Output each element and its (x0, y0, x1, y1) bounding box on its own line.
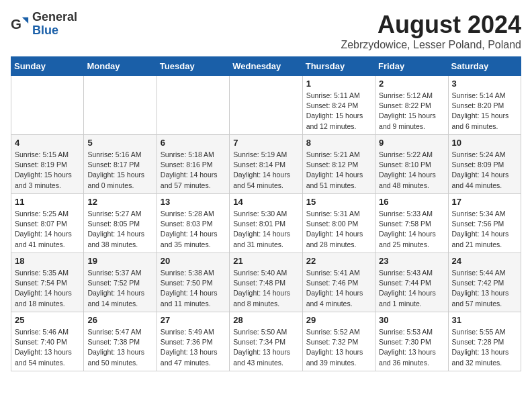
day-cell: 25Sunrise: 5:46 AM Sunset: 7:40 PM Dayli… (11, 312, 84, 371)
day-number: 27 (161, 315, 226, 325)
title-area: August 2024 Zebrzydowice, Lesser Poland,… (341, 11, 521, 51)
day-number: 26 (87, 315, 152, 325)
day-cell (11, 76, 84, 135)
day-info: Sunrise: 5:12 AM Sunset: 8:22 PM Dayligh… (379, 91, 444, 132)
day-info: Sunrise: 5:24 AM Sunset: 8:09 PM Dayligh… (452, 150, 517, 191)
day-info: Sunrise: 5:30 AM Sunset: 8:01 PM Dayligh… (233, 209, 298, 250)
day-cell: 10Sunrise: 5:24 AM Sunset: 8:09 PM Dayli… (448, 135, 521, 194)
day-cell: 12Sunrise: 5:27 AM Sunset: 8:05 PM Dayli… (84, 194, 157, 253)
day-cell (230, 76, 302, 135)
day-cell: 3Sunrise: 5:14 AM Sunset: 8:20 PM Daylig… (448, 76, 521, 135)
week-row-4: 25Sunrise: 5:46 AM Sunset: 7:40 PM Dayli… (11, 312, 521, 371)
day-cell: 4Sunrise: 5:15 AM Sunset: 8:19 PM Daylig… (11, 135, 84, 194)
day-number: 23 (379, 256, 444, 266)
day-number: 13 (161, 197, 226, 207)
month-title: August 2024 (341, 11, 521, 39)
day-number: 6 (161, 138, 226, 148)
day-cell: 17Sunrise: 5:34 AM Sunset: 7:56 PM Dayli… (448, 194, 521, 253)
day-info: Sunrise: 5:16 AM Sunset: 8:17 PM Dayligh… (87, 150, 152, 191)
day-info: Sunrise: 5:19 AM Sunset: 8:14 PM Dayligh… (233, 150, 298, 191)
day-info: Sunrise: 5:37 AM Sunset: 7:52 PM Dayligh… (87, 268, 152, 309)
day-number: 18 (15, 256, 80, 266)
day-cell: 18Sunrise: 5:35 AM Sunset: 7:54 PM Dayli… (11, 253, 84, 312)
day-info: Sunrise: 5:25 AM Sunset: 8:07 PM Dayligh… (15, 209, 80, 250)
day-info: Sunrise: 5:11 AM Sunset: 8:24 PM Dayligh… (306, 91, 371, 132)
header-monday: Monday (84, 57, 157, 76)
day-number: 5 (87, 138, 152, 148)
day-cell (84, 76, 157, 135)
svg-marker-1 (22, 17, 28, 24)
day-info: Sunrise: 5:31 AM Sunset: 8:00 PM Dayligh… (306, 209, 371, 250)
header-sunday: Sunday (11, 57, 84, 76)
day-number: 4 (15, 138, 80, 148)
day-info: Sunrise: 5:46 AM Sunset: 7:40 PM Dayligh… (15, 327, 80, 368)
day-info: Sunrise: 5:34 AM Sunset: 7:56 PM Dayligh… (452, 209, 517, 250)
day-info: Sunrise: 5:52 AM Sunset: 7:32 PM Dayligh… (306, 327, 371, 368)
day-cell: 6Sunrise: 5:18 AM Sunset: 8:16 PM Daylig… (157, 135, 229, 194)
day-number: 7 (233, 138, 298, 148)
day-cell: 14Sunrise: 5:30 AM Sunset: 8:01 PM Dayli… (230, 194, 302, 253)
day-cell: 22Sunrise: 5:41 AM Sunset: 7:46 PM Dayli… (302, 253, 375, 312)
header-tuesday: Tuesday (157, 57, 229, 76)
day-number: 22 (306, 256, 371, 266)
day-cell: 5Sunrise: 5:16 AM Sunset: 8:17 PM Daylig… (84, 135, 157, 194)
day-number: 31 (452, 315, 517, 325)
day-info: Sunrise: 5:47 AM Sunset: 7:38 PM Dayligh… (87, 327, 152, 368)
day-cell: 30Sunrise: 5:53 AM Sunset: 7:30 PM Dayli… (375, 312, 448, 371)
logo: G General Blue (11, 11, 77, 38)
location-title: Zebrzydowice, Lesser Poland, Poland (341, 39, 521, 51)
day-number: 24 (452, 256, 517, 266)
day-info: Sunrise: 5:27 AM Sunset: 8:05 PM Dayligh… (87, 209, 152, 250)
calendar-header: SundayMondayTuesdayWednesdayThursdayFrid… (11, 57, 521, 76)
day-cell: 2Sunrise: 5:12 AM Sunset: 8:22 PM Daylig… (375, 76, 448, 135)
day-number: 10 (452, 138, 517, 148)
day-number: 8 (306, 138, 371, 148)
day-info: Sunrise: 5:41 AM Sunset: 7:46 PM Dayligh… (306, 268, 371, 309)
day-number: 15 (306, 197, 371, 207)
day-number: 14 (233, 197, 298, 207)
day-number: 9 (379, 138, 444, 148)
day-info: Sunrise: 5:33 AM Sunset: 7:58 PM Dayligh… (379, 209, 444, 250)
day-cell: 8Sunrise: 5:21 AM Sunset: 8:12 PM Daylig… (302, 135, 375, 194)
day-info: Sunrise: 5:50 AM Sunset: 7:34 PM Dayligh… (233, 327, 298, 368)
logo-blue: Blue (32, 24, 58, 37)
day-info: Sunrise: 5:43 AM Sunset: 7:44 PM Dayligh… (379, 268, 444, 309)
day-number: 12 (87, 197, 152, 207)
day-number: 11 (15, 197, 80, 207)
day-cell: 21Sunrise: 5:40 AM Sunset: 7:48 PM Dayli… (230, 253, 302, 312)
day-cell: 28Sunrise: 5:50 AM Sunset: 7:34 PM Dayli… (230, 312, 302, 371)
day-info: Sunrise: 5:55 AM Sunset: 7:28 PM Dayligh… (452, 327, 517, 368)
header-wednesday: Wednesday (230, 57, 302, 76)
logo-text: General Blue (32, 11, 77, 38)
calendar-body: 1Sunrise: 5:11 AM Sunset: 8:24 PM Daylig… (11, 76, 521, 371)
header-friday: Friday (375, 57, 448, 76)
day-cell: 16Sunrise: 5:33 AM Sunset: 7:58 PM Dayli… (375, 194, 448, 253)
header-row: SundayMondayTuesdayWednesdayThursdayFrid… (11, 57, 521, 76)
calendar-table: SundayMondayTuesdayWednesdayThursdayFrid… (11, 56, 521, 371)
day-number: 1 (306, 79, 371, 89)
week-row-3: 18Sunrise: 5:35 AM Sunset: 7:54 PM Dayli… (11, 253, 521, 312)
day-info: Sunrise: 5:40 AM Sunset: 7:48 PM Dayligh… (233, 268, 298, 309)
week-row-1: 4Sunrise: 5:15 AM Sunset: 8:19 PM Daylig… (11, 135, 521, 194)
day-cell: 20Sunrise: 5:38 AM Sunset: 7:50 PM Dayli… (157, 253, 229, 312)
day-cell: 7Sunrise: 5:19 AM Sunset: 8:14 PM Daylig… (230, 135, 302, 194)
day-number: 19 (87, 256, 152, 266)
day-info: Sunrise: 5:15 AM Sunset: 8:19 PM Dayligh… (15, 150, 80, 191)
logo-general: General (32, 10, 77, 24)
day-info: Sunrise: 5:22 AM Sunset: 8:10 PM Dayligh… (379, 150, 444, 191)
day-info: Sunrise: 5:18 AM Sunset: 8:16 PM Dayligh… (161, 150, 226, 191)
logo-icon: G (11, 15, 30, 34)
day-number: 25 (15, 315, 80, 325)
day-info: Sunrise: 5:44 AM Sunset: 7:42 PM Dayligh… (452, 268, 517, 309)
day-cell: 24Sunrise: 5:44 AM Sunset: 7:42 PM Dayli… (448, 253, 521, 312)
day-cell: 13Sunrise: 5:28 AM Sunset: 8:03 PM Dayli… (157, 194, 229, 253)
day-cell: 27Sunrise: 5:49 AM Sunset: 7:36 PM Dayli… (157, 312, 229, 371)
day-number: 28 (233, 315, 298, 325)
day-cell: 19Sunrise: 5:37 AM Sunset: 7:52 PM Dayli… (84, 253, 157, 312)
day-number: 16 (379, 197, 444, 207)
day-info: Sunrise: 5:38 AM Sunset: 7:50 PM Dayligh… (161, 268, 226, 309)
day-number: 3 (452, 79, 517, 89)
day-number: 29 (306, 315, 371, 325)
header: G General Blue August 2024 Zebrzydowice,… (11, 11, 521, 51)
svg-text:G: G (11, 15, 21, 31)
